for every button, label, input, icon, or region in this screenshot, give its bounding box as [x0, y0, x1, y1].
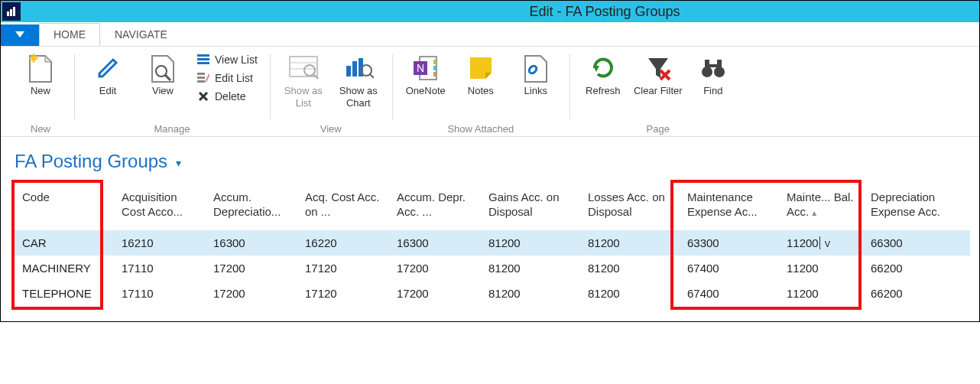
delete-button[interactable]: Delete	[193, 88, 261, 105]
notes-button[interactable]: Notes	[456, 50, 505, 97]
cell[interactable]: 17200	[389, 255, 481, 281]
col-depr-exp[interactable]: Depreciation Expense Acc.	[863, 184, 970, 230]
note-icon	[466, 53, 496, 83]
cell[interactable]: 17200	[389, 281, 481, 306]
group-label-new: New	[16, 123, 65, 136]
edit-list-label: Edit List	[215, 72, 253, 84]
col-code[interactable]: Code	[15, 184, 114, 230]
cell[interactable]: 67400	[680, 255, 779, 281]
refresh-label: Refresh	[586, 85, 621, 97]
data-grid[interactable]: Code Acquisition Cost Acco... Accum. Dep…	[15, 184, 970, 306]
cell[interactable]: 16210	[114, 230, 206, 255]
cell[interactable]: 81200	[481, 255, 580, 281]
table-row[interactable]: MACHINERY 17110 17200 17120 17200 81200 …	[15, 255, 970, 281]
col-accum-depr[interactable]: Accum. Depreciatio...	[206, 184, 297, 230]
grid-container: Code Acquisition Cost Acco... Accum. Dep…	[1, 178, 979, 321]
cell[interactable]: 63300	[680, 230, 779, 255]
group-label-attached: Show Attached	[401, 123, 560, 136]
col-accum-depr-on[interactable]: Accum. Depr. Acc. ...	[389, 184, 481, 230]
cell[interactable]: 81200	[580, 255, 680, 281]
col-maint-bal-label: Mainte... Bal. Acc.	[787, 190, 854, 218]
ribbon-group-page: Refresh Clear Filter Find Page	[570, 50, 747, 136]
file-menu-button[interactable]	[1, 24, 39, 46]
cell[interactable]: 16300	[206, 230, 297, 255]
links-button[interactable]: Links	[511, 50, 560, 97]
cell[interactable]: 16220	[297, 230, 389, 255]
page-heading[interactable]: FA Posting Groups ▾	[1, 137, 979, 178]
sort-asc-icon: ▲	[810, 209, 818, 217]
cell-code[interactable]: TELEPHONE	[15, 281, 114, 306]
tab-strip: HOME NAVIGATE	[1, 22, 979, 47]
cell-editing[interactable]: 11200v	[779, 230, 863, 255]
new-label: New	[31, 85, 50, 97]
show-as-list-button[interactable]: Show as List	[279, 50, 328, 109]
cell[interactable]: 66300	[863, 230, 970, 255]
col-losses[interactable]: Losses Acc. on Disposal	[580, 184, 680, 230]
edit-list-button[interactable]: Edit List	[193, 70, 261, 86]
cell[interactable]: 17200	[206, 255, 297, 281]
cell[interactable]: 17120	[297, 255, 389, 281]
tab-navigate[interactable]: NAVIGATE	[100, 23, 182, 46]
clear-filter-button[interactable]: Clear Filter	[634, 50, 683, 97]
onenote-button[interactable]: N OneNote	[401, 50, 450, 97]
cell[interactable]: 81200	[580, 281, 680, 306]
cell[interactable]: 17200	[206, 281, 297, 306]
cell[interactable]: 81200	[580, 230, 680, 255]
cell[interactable]: 81200	[481, 281, 580, 306]
col-maint-bal[interactable]: Mainte... Bal. Acc.▲	[779, 184, 863, 230]
cell-code[interactable]: MACHINERY	[15, 255, 114, 281]
cell[interactable]: 17120	[297, 281, 389, 306]
svg-text:N: N	[417, 62, 424, 74]
svg-rect-0	[7, 11, 9, 16]
svg-rect-2	[13, 7, 15, 16]
svg-rect-16	[197, 58, 209, 60]
cell[interactable]: 17110	[114, 281, 206, 306]
view-label: View	[152, 85, 174, 97]
pencil-icon	[92, 53, 123, 83]
cell[interactable]: 67400	[680, 281, 779, 306]
svg-rect-19	[197, 76, 205, 79]
header-row: Code Acquisition Cost Acco... Accum. Dep…	[15, 184, 970, 230]
svg-rect-18	[197, 73, 205, 75]
svg-rect-15	[197, 54, 209, 57]
find-button[interactable]: Find	[689, 50, 738, 97]
table-row[interactable]: CAR 16210 16300 16220 16300 81200 81200 …	[15, 230, 970, 255]
page-heading-text: FA Posting Groups	[15, 151, 167, 171]
col-maint-exp[interactable]: Maintenance Expense Ac...	[680, 184, 779, 230]
delete-icon	[196, 89, 210, 103]
find-label: Find	[703, 85, 722, 97]
ribbon: New New Edit View View List	[1, 47, 979, 137]
view-button[interactable]: View	[138, 50, 187, 97]
cell[interactable]: 16300	[389, 230, 481, 255]
svg-marker-10	[99, 60, 116, 76]
col-acq-cost-on[interactable]: Acq. Cost Acc. on ...	[297, 184, 389, 230]
edit-button[interactable]: Edit	[83, 50, 132, 97]
tab-home[interactable]: HOME	[39, 23, 100, 46]
clear-filter-icon	[643, 53, 673, 83]
new-button[interactable]: New	[16, 50, 65, 97]
svg-rect-29	[346, 66, 351, 76]
table-row[interactable]: TELEPHONE 17110 17200 17120 17200 81200 …	[15, 281, 970, 306]
cell[interactable]: 66200	[863, 255, 970, 281]
edit-list-icon	[196, 71, 210, 85]
col-acq-cost[interactable]: Acquisition Cost Acco...	[114, 184, 206, 230]
cell[interactable]: 81200	[481, 230, 580, 255]
col-gains[interactable]: Gains Acc. on Disposal	[481, 184, 580, 230]
cell-value: 11200	[787, 236, 819, 249]
cell[interactable]: 66200	[863, 281, 970, 306]
svg-rect-20	[197, 80, 205, 83]
chevron-down-icon: ▾	[176, 157, 181, 169]
show-as-chart-button[interactable]: Show as Chart	[334, 50, 383, 109]
dropdown-icon[interactable]: v	[825, 236, 831, 249]
notes-label: Notes	[468, 85, 494, 97]
cell-code[interactable]: CAR	[15, 230, 114, 255]
cell[interactable]: 11200	[779, 281, 863, 306]
onenote-icon: N	[410, 53, 441, 83]
cell[interactable]: 11200	[779, 255, 863, 281]
svg-marker-41	[485, 73, 492, 79]
cell[interactable]: 17110	[114, 255, 206, 281]
refresh-button[interactable]: Refresh	[579, 50, 628, 97]
view-list-label: View List	[215, 54, 258, 66]
show-as-chart-label: Show as Chart	[334, 85, 383, 109]
view-list-button[interactable]: View List	[193, 51, 261, 68]
